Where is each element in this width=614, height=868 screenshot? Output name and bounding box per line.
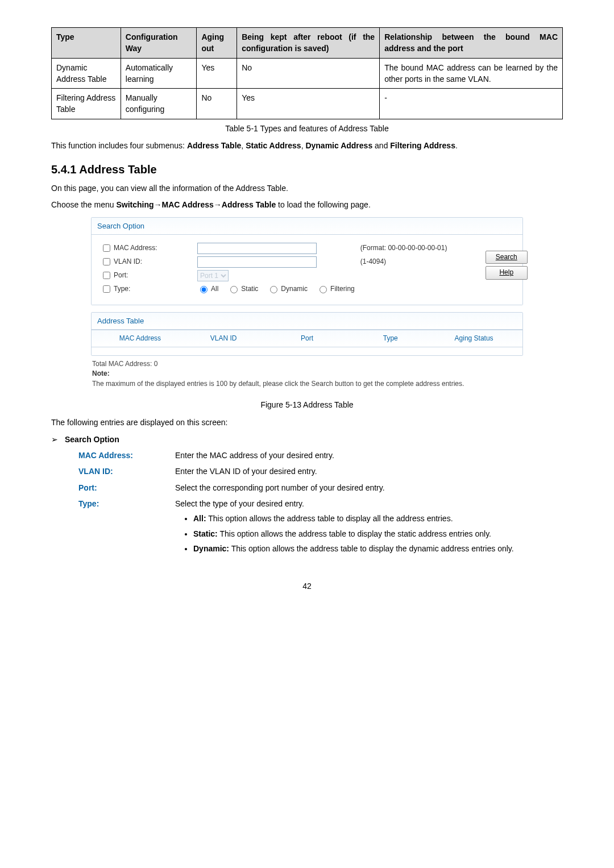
text-bold: Switching→MAC Address→Address Table [116, 200, 276, 209]
bullet-all: All: This option allows the address tabl… [193, 513, 563, 524]
text: This function includes four submenus: [51, 141, 187, 150]
paragraph: The following entries are displayed on t… [51, 417, 563, 428]
total-mac: Total MAC Address: 0 [92, 359, 522, 369]
bullet-bold: Static: [193, 529, 218, 538]
text-bold: Filtering Address [390, 141, 455, 150]
col-type: Type [349, 334, 432, 343]
text: to load the following page. [276, 200, 371, 209]
page-number: 42 [51, 580, 563, 592]
help-button[interactable]: Help [486, 266, 528, 279]
note-text: The maximum of the displayed entries is … [92, 379, 522, 389]
intro-paragraph: This function includes four submenus: Ad… [51, 140, 563, 151]
text-bold: Address Table [187, 141, 241, 150]
vlan-checkbox[interactable] [103, 258, 110, 265]
panel-title: Address Table [92, 313, 522, 329]
mac-label: MAC Address: [114, 243, 157, 253]
arrow-icon: ➢ [51, 434, 58, 445]
note-label: Note: [92, 369, 522, 379]
text-bold: Dynamic Address [305, 141, 372, 150]
figure-caption: Figure 5-13 Address Table [51, 399, 563, 410]
def-mac-text: Enter the MAC address of your desired en… [175, 450, 563, 461]
search-option-panel: Search Option MAC Address: (Format: 00-0… [91, 217, 523, 392]
vlan-label: VLAN ID: [114, 257, 142, 267]
def-type-text: Select the type of your desired entry. [175, 498, 563, 509]
radio-dynamic[interactable] [270, 286, 277, 293]
type-checkbox[interactable] [103, 285, 110, 293]
bullet-text: This option allows the address table to … [229, 544, 514, 553]
cell: Yes [197, 58, 237, 89]
cell: No [197, 89, 237, 119]
text: Choose the menu [51, 200, 116, 209]
def-vlan-text: Enter the VLAN ID of your desired entry. [175, 466, 563, 477]
port-label: Port: [114, 271, 128, 280]
mac-input[interactable] [197, 243, 317, 254]
panel-title: Search Option [92, 218, 522, 234]
th-aging: Aging out [197, 28, 237, 59]
paragraph: Choose the menu Switching→MAC Address→Ad… [51, 199, 563, 210]
mac-checkbox[interactable] [103, 244, 110, 252]
radio-filtering[interactable] [320, 286, 327, 293]
table-row: Filtering Address Table Manually configu… [52, 89, 563, 119]
address-table-panel: Address Table MAC Address VLAN ID Port T… [91, 312, 523, 356]
radio-static-label: Static [241, 284, 258, 294]
def-mac-label: MAC Address: [78, 450, 175, 461]
text: , [241, 141, 246, 150]
cell: Dynamic Address Table [52, 58, 121, 89]
table-caption: Table 5-1 Types and features of Address … [51, 123, 563, 134]
port-select[interactable]: Port 1 [197, 270, 229, 281]
th-type: Type [52, 28, 121, 59]
def-port-label: Port: [78, 482, 175, 493]
radio-all[interactable] [200, 286, 208, 293]
text: . [455, 141, 458, 150]
col-mac: MAC Address [98, 334, 182, 343]
def-vlan-label: VLAN ID: [78, 466, 175, 477]
cell: - [380, 89, 563, 119]
radio-filtering-label: Filtering [330, 284, 355, 294]
bullet-bold: All: [193, 514, 206, 523]
def-type-label: Type: [78, 498, 175, 509]
vlan-hint: (1-4094) [360, 257, 486, 267]
cell: Automatically learning [121, 58, 197, 89]
col-vlan: VLAN ID [182, 334, 265, 343]
type-label: Type: [114, 284, 130, 294]
text: and [372, 141, 390, 150]
th-relationship: Relationship between the bound MAC addre… [380, 28, 563, 59]
bullet-static: Static: This option allows the address t… [193, 528, 563, 539]
bullet-text: This option allows the address table to … [206, 514, 453, 523]
search-button[interactable]: Search [486, 251, 528, 264]
radio-dynamic-label: Dynamic [281, 284, 308, 294]
def-port-text: Select the corresponding port number of … [175, 482, 563, 493]
cell: Filtering Address Table [52, 89, 121, 119]
port-checkbox[interactable] [103, 272, 110, 279]
text-bold: Static Address [246, 141, 301, 150]
mac-hint: (Format: 00-00-00-00-00-01) [360, 243, 486, 253]
th-reboot: Being kept after reboot (if the configur… [237, 28, 380, 59]
radio-static[interactable] [230, 286, 238, 293]
col-port: Port [265, 334, 349, 343]
bullet-bold: Dynamic: [193, 544, 229, 553]
th-config: Configuration Way [121, 28, 197, 59]
vlan-input[interactable] [197, 256, 317, 268]
cell: Manually configuring [121, 89, 197, 119]
paragraph: On this page, you can view all the infor… [51, 182, 563, 194]
cell: The bound MAC address can be learned by … [380, 58, 563, 89]
table-row: Dynamic Address Table Automatically lear… [52, 58, 563, 89]
cell: Yes [237, 89, 380, 119]
section-heading: 5.4.1 Address Table [51, 161, 563, 178]
types-features-table: Type Configuration Way Aging out Being k… [51, 27, 563, 119]
bullet-dynamic: Dynamic: This option allows the address … [193, 543, 563, 554]
search-option-heading: Search Option [65, 434, 119, 445]
col-aging: Aging Status [432, 334, 516, 343]
radio-all-label: All [211, 284, 218, 294]
cell: No [237, 58, 380, 89]
bullet-text: This option allows the address table to … [218, 529, 491, 538]
